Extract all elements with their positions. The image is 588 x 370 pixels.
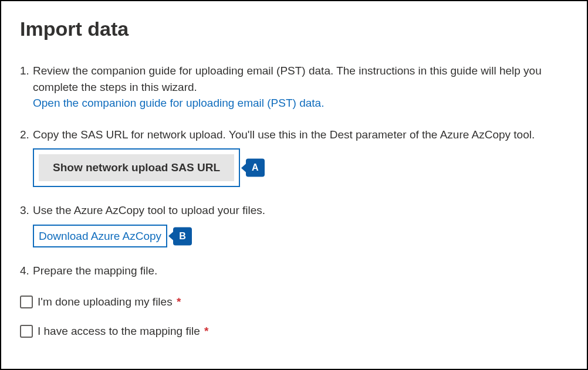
step-1-text: Review the companion guide for uploading… (33, 65, 542, 93)
steps-list: 1. Review the companion guide for upload… (20, 63, 568, 279)
download-azcopy-link[interactable]: Download Azure AzCopy (39, 230, 161, 242)
step-2-number: 2. (20, 127, 33, 188)
step-2-text: Copy the SAS URL for network upload. You… (33, 128, 535, 141)
step-1: 1. Review the companion guide for upload… (20, 63, 568, 111)
step-3: 3. Use the Azure AzCopy tool to upload y… (20, 202, 568, 247)
mapping-access-checkbox[interactable] (20, 325, 33, 338)
import-data-panel: Import data 1. Review the companion guid… (0, 0, 588, 370)
callout-a-label: A (246, 159, 265, 177)
callout-b: B (168, 227, 192, 245)
mapping-access-label-text: I have access to the mapping file (38, 325, 200, 337)
companion-guide-link[interactable]: Open the companion guide for uploading e… (33, 95, 324, 111)
callout-a: A (241, 159, 265, 177)
step-3-content: Use the Azure AzCopy tool to upload your… (33, 202, 568, 247)
mapping-access-row: I have access to the mapping file * (20, 325, 568, 338)
done-uploading-checkbox[interactable] (20, 296, 33, 308)
step-3-text: Use the Azure AzCopy tool to upload your… (33, 204, 265, 216)
step-3-number: 3. (20, 202, 33, 247)
step-4: 4. Prepare the mapping file. (20, 263, 568, 279)
step-4-content: Prepare the mapping file. (33, 263, 568, 279)
step-2-content: Copy the SAS URL for network upload. You… (33, 127, 568, 188)
page-title: Import data (20, 18, 568, 40)
step-4-text: Prepare the mapping file. (33, 264, 157, 277)
step-1-content: Review the companion guide for uploading… (33, 63, 568, 111)
mapping-access-label: I have access to the mapping file * (38, 325, 208, 338)
done-uploading-label-text: I'm done uploading my files (38, 296, 173, 308)
confirmation-section: I'm done uploading my files * I have acc… (20, 296, 568, 338)
step-4-number: 4. (20, 263, 33, 279)
step-1-number: 1. (20, 63, 33, 111)
required-indicator: * (204, 325, 208, 337)
show-sas-url-button[interactable]: Show network upload SAS URL (39, 154, 234, 181)
azcopy-highlight-box: Download Azure AzCopy B (33, 225, 167, 248)
callout-b-label: B (173, 227, 192, 245)
required-indicator: * (177, 296, 181, 308)
sas-url-highlight-box: Show network upload SAS URL A (33, 148, 240, 187)
step-2: 2. Copy the SAS URL for network upload. … (20, 127, 568, 188)
done-uploading-row: I'm done uploading my files * (20, 296, 568, 308)
done-uploading-label: I'm done uploading my files * (38, 296, 181, 308)
